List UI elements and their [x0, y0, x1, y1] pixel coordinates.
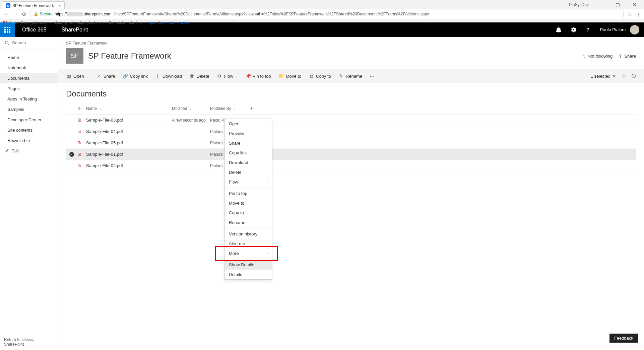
pdf-icon: 🗎 — [77, 140, 86, 145]
sidebar-item-apps[interactable]: Apps in Testing — [0, 94, 58, 104]
window-maximize-icon[interactable]: ▢ — [612, 2, 623, 7]
star-icon[interactable]: ☆ — [628, 12, 632, 17]
ctx-copy-link[interactable]: Copy link — [225, 148, 272, 158]
ctx-details[interactable]: Details — [225, 270, 272, 279]
sidebar-item-home[interactable]: Home — [0, 52, 58, 63]
sidebar-item-dev-center[interactable]: Developer Center — [0, 115, 58, 125]
add-column[interactable]: + — [250, 106, 260, 111]
selection-count[interactable]: 1 selected ✕ — [591, 74, 616, 79]
table-row[interactable]: 🗎 Sample-File-02.pdf⋮ Pialorsi — [66, 160, 636, 171]
browser-menu-icon[interactable]: ⋮ — [636, 12, 641, 17]
copy-button[interactable]: ⧉Copy to — [309, 73, 331, 79]
ctx-more[interactable]: More› — [225, 249, 272, 258]
table-row[interactable]: 🗎 Sample-File-03.pdf⋮ A few seconds ago … — [66, 115, 636, 126]
chevron-down-icon: ⌄ — [235, 74, 238, 78]
sidebar-item-documents[interactable]: Documents — [0, 73, 58, 83]
pin-button[interactable]: 📌Pin to top — [245, 73, 271, 79]
context-menu: Open› Preview Share Copy link Download D… — [224, 119, 272, 280]
table-row[interactable]: 🗎 Sample-File-04.pdf⋮ Pialorsi — [66, 126, 636, 137]
share-arrow-icon: ↗ — [96, 73, 102, 79]
notifications-icon[interactable] — [551, 22, 566, 37]
ctx-show-details[interactable]: Show Details — [225, 260, 272, 270]
url-input[interactable]: 🔒 Secure https://.sharepoint.com /sites/… — [30, 10, 624, 18]
share-site-button[interactable]: ⇪ Share — [619, 54, 636, 59]
sidebar: Search Home Notebook Documents Pages App… — [0, 37, 58, 350]
profile-label[interactable]: PiaSysDev — [569, 2, 589, 7]
reload-icon[interactable]: ⟳ — [22, 11, 26, 17]
check-icon[interactable]: ✓ — [69, 152, 74, 157]
ctx-download[interactable]: Download — [225, 158, 272, 167]
import-bookmarks-link[interactable]: Import bookmarks now... — [146, 20, 190, 25]
feedback-button[interactable]: Feedback — [609, 334, 638, 343]
library-title: Documents — [58, 83, 644, 102]
back-icon[interactable]: ← — [3, 11, 9, 17]
share-button[interactable]: ↗Share — [96, 73, 115, 79]
copy-link-button[interactable]: 🔗Copy link — [123, 73, 148, 79]
site-logo: SF — [66, 48, 83, 64]
column-modified-by[interactable]: Modified By ⌄ — [210, 106, 250, 111]
open-icon: ▦ — [66, 73, 71, 79]
delete-button[interactable]: 🗑Delete — [189, 73, 209, 79]
return-classic-link[interactable]: Return to classic SharePoint — [0, 334, 58, 350]
table-row[interactable]: ✓ 🗎 Sample-File-01.pdf⋮ Pialorsi — [66, 149, 636, 160]
sidebar-item-recycle[interactable]: Recycle bin — [0, 135, 58, 146]
file-name[interactable]: Sample-File-05.pdf — [86, 140, 123, 145]
browser-tab[interactable]: S SP Feature Framework - × — [2, 1, 65, 9]
ctx-version[interactable]: Version history — [225, 229, 272, 239]
window-minimize-icon[interactable]: — — [595, 2, 606, 7]
file-name[interactable]: Sample-File-03.pdf — [86, 118, 123, 123]
rename-icon: ✎ — [338, 73, 344, 79]
ctx-pin[interactable]: Pin to top — [225, 189, 272, 198]
column-modified[interactable]: Modified ⌄ — [172, 106, 210, 111]
not-following-button[interactable]: ☆ Not following — [582, 54, 613, 59]
user-menu[interactable]: Paolo Pialorsi — [595, 22, 644, 37]
chevron-down-icon: ⌄ — [86, 74, 89, 78]
forward-icon[interactable]: → — [13, 11, 18, 17]
file-name[interactable]: Sample-File-04.pdf — [86, 129, 123, 134]
window-close-icon[interactable]: ✕ — [629, 2, 640, 7]
open-button[interactable]: ▦Open ⌄ — [66, 73, 89, 79]
clear-selection-icon[interactable]: ✕ — [613, 74, 616, 79]
pdf-icon: 🗎 — [77, 129, 86, 134]
ctx-flow[interactable]: Flow› — [225, 177, 272, 187]
sidebar-edit[interactable]: Edit — [0, 146, 58, 156]
office-brand[interactable]: Office 365 — [15, 27, 54, 33]
sidebar-item-pages[interactable]: Pages — [0, 83, 58, 94]
settings-icon[interactable] — [566, 22, 581, 37]
download-button[interactable]: ⭳Download — [155, 73, 182, 79]
breadcrumb[interactable]: SP Feature Framework — [58, 37, 644, 46]
ctx-alert[interactable]: Alert me — [225, 239, 272, 249]
ctx-move[interactable]: Move to — [225, 198, 272, 208]
move-button[interactable]: 📁Move to — [278, 73, 301, 79]
sidebar-item-samples[interactable]: Samples — [0, 104, 58, 115]
ctx-share[interactable]: Share — [225, 138, 272, 148]
column-name[interactable]: Name ⌄ — [86, 106, 172, 111]
sidebar-item-notebook[interactable]: Notebook — [0, 63, 58, 73]
search-input[interactable]: Search — [0, 37, 58, 49]
ctx-preview[interactable]: Preview — [225, 129, 272, 138]
app-launcher[interactable] — [0, 22, 15, 37]
sharepoint-brand[interactable]: SharePoint — [54, 27, 95, 33]
more-commands[interactable]: ⋯ — [370, 74, 374, 79]
filter-button[interactable]: ▽ — [622, 74, 626, 79]
command-bar: ▦Open ⌄ ↗Share 🔗Copy link ⭳Download 🗑Del… — [58, 69, 644, 83]
lock-icon: 🔒 — [34, 12, 39, 16]
star-outline-icon: ☆ — [582, 54, 586, 59]
help-icon[interactable]: ? — [581, 22, 595, 37]
file-name[interactable]: Sample-File-02.pdf — [86, 163, 123, 168]
tab-title: SP Feature Framework - — [12, 3, 56, 8]
ctx-copy[interactable]: Copy to — [225, 208, 272, 218]
ctx-delete[interactable]: Delete — [225, 167, 272, 177]
table-row[interactable]: 🗎 Sample-File-05.pdf⋮ Pialorsi — [66, 137, 636, 149]
row-more-icon[interactable]: ⋮ — [125, 152, 133, 157]
user-name: Paolo Pialorsi — [600, 27, 627, 32]
rename-button[interactable]: ✎Rename — [338, 73, 362, 79]
ctx-open[interactable]: Open› — [225, 119, 272, 129]
file-name[interactable]: Sample-File-01.pdf — [86, 152, 123, 157]
flow-button[interactable]: ⚙Flow ⌄ — [216, 73, 238, 79]
info-button[interactable]: ⓘ — [632, 73, 636, 79]
ctx-rename[interactable]: Rename — [225, 218, 272, 227]
tab-close-icon[interactable]: × — [58, 3, 61, 8]
filter-icon: ▽ — [622, 74, 626, 79]
sidebar-item-site-contents[interactable]: Site contents — [0, 125, 58, 135]
